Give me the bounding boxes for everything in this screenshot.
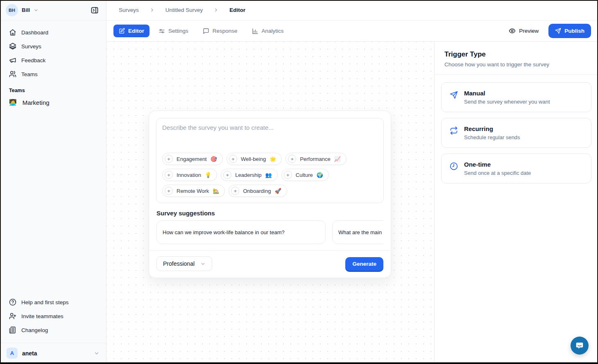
sidebar-item-label: Changelog (21, 327, 48, 333)
layers-icon (9, 43, 16, 50)
tab-settings[interactable]: Settings (153, 25, 194, 38)
tab-label: Analytics (262, 28, 284, 34)
publish-button[interactable]: Publish (548, 24, 591, 38)
sidebar-item-feedback[interactable]: Feedback (5, 53, 101, 67)
chevron-down-icon (200, 261, 206, 267)
team-label: Marketing (23, 99, 50, 106)
user-name: aneta (22, 350, 89, 357)
chevron-down-icon (94, 350, 100, 356)
preview-label: Preview (519, 28, 539, 34)
trigger-option-description: Send the survey whenever you want (464, 99, 550, 105)
sidebar-item-changelog[interactable]: Changelog (5, 323, 101, 337)
plus-icon: + (229, 155, 237, 163)
composer-footer: Professional Generate (149, 250, 391, 278)
sliders-icon (159, 28, 165, 34)
topic-chip-leadership[interactable]: + Leadership 👥 (221, 169, 278, 181)
sidebar-item-dashboard[interactable]: Dashboard (5, 25, 101, 39)
tab-label: Editor (128, 28, 144, 34)
editor-canvas: + Engagement 🎯 + Well-being 🌟 + Performa… (106, 42, 434, 364)
generate-button[interactable]: Generate (345, 257, 383, 271)
tab-editor[interactable]: Editor (113, 25, 150, 37)
workspace-avatar: BH (6, 4, 18, 16)
topic-chip-remote-work[interactable]: + Remote Work 🏡 (162, 185, 225, 197)
pencil-square-icon (119, 28, 125, 34)
tab-response[interactable]: Response (197, 25, 243, 38)
team-emoji: 🧑‍💻 (9, 99, 17, 106)
topic-chip-performance[interactable]: + Performance 📈 (285, 153, 347, 165)
sidebar-item-invite[interactable]: Invite teammates (5, 309, 101, 323)
tab-analytics[interactable]: Analytics (247, 25, 289, 38)
user-avatar: A (7, 348, 18, 359)
suggestion-card[interactable]: How can we improve work-life balance in … (156, 220, 326, 244)
trigger-option-title: Recurring (464, 125, 520, 132)
sidebar-item-label: Feedback (21, 57, 45, 63)
trigger-option-manual[interactable]: Manual Send the survey whenever you want (441, 82, 591, 112)
globe-emoji: 🌍 (317, 172, 323, 178)
sidebar-bottom-nav: Help and first steps Invite teammates Ch… (0, 295, 106, 339)
sidebar-item-surveys[interactable]: Surveys (5, 39, 101, 53)
sidebar: BH Bill Dashboard Surveys (0, 0, 106, 364)
preview-button[interactable]: Preview (505, 24, 543, 38)
sidebar-item-team-marketing[interactable]: 🧑‍💻 Marketing (5, 96, 101, 109)
topic-chip-culture[interactable]: + Culture 🌍 (281, 169, 329, 181)
chevron-right-icon (150, 7, 155, 13)
sidebar-item-label: Invite teammates (21, 313, 63, 319)
topic-chip-well-being[interactable]: + Well-being 🌟 (227, 153, 282, 165)
trigger-panel-header: Trigger Type Choose how you want to trig… (435, 42, 598, 75)
teams-section-label: Teams (5, 81, 101, 96)
repeat-icon (450, 127, 458, 135)
trigger-option-description: Schedule regular sends (464, 134, 520, 140)
breadcrumb-untitled-survey[interactable]: Untitled Survey (165, 7, 203, 13)
sidebar-item-label: Teams (21, 71, 38, 77)
workspace-name: Bill (22, 7, 30, 13)
chevron-down-icon (34, 8, 39, 13)
trigger-type-panel: Trigger Type Choose how you want to trig… (434, 42, 598, 364)
breadcrumb-surveys[interactable]: Surveys (119, 7, 139, 13)
publish-label: Publish (564, 28, 584, 34)
survey-description-input[interactable] (162, 124, 378, 148)
send-icon (450, 91, 458, 99)
plus-icon: + (231, 187, 239, 195)
sidebar-item-teams[interactable]: Teams (5, 67, 101, 81)
send-icon (555, 28, 561, 34)
trigger-option-one-time[interactable]: One-time Send once at a specific date (441, 154, 591, 183)
collapse-sidebar-button[interactable] (89, 5, 100, 16)
workspace-switcher[interactable]: BH Bill (0, 0, 106, 20)
sidebar-item-help[interactable]: Help and first steps (5, 295, 101, 309)
house-emoji: 🏡 (213, 188, 219, 194)
tab-label: Settings (168, 28, 188, 34)
panel-subtitle: Choose how you want to trigger the surve… (444, 61, 588, 68)
eye-icon (509, 27, 516, 34)
megaphone-icon (9, 57, 16, 64)
topic-chips: + Engagement 🎯 + Well-being 🌟 + Performa… (162, 153, 378, 197)
topic-chip-innovation[interactable]: + Innovation 💡 (162, 169, 217, 181)
trigger-options: Manual Send the survey whenever you want… (435, 75, 598, 197)
plus-icon: + (165, 187, 173, 195)
chat-launcher-button[interactable] (571, 337, 589, 355)
home-icon (9, 29, 16, 36)
trigger-option-title: One-time (464, 161, 531, 168)
plus-icon: + (288, 155, 296, 163)
sidebar-item-label: Help and first steps (21, 299, 69, 305)
tone-select[interactable]: Professional (156, 256, 212, 271)
topic-chip-engagement[interactable]: + Engagement 🎯 (162, 153, 223, 165)
trigger-option-title: Manual (464, 90, 550, 97)
trigger-option-recurring[interactable]: Recurring Schedule regular sends (441, 118, 591, 148)
clock-icon (450, 162, 458, 170)
breadcrumb: Surveys Untitled Survey Editor (106, 0, 598, 20)
suggestion-card[interactable]: What are the main ob (332, 220, 383, 244)
panel-collapse-icon (91, 6, 99, 14)
suggestions-title: Survey suggestions (156, 210, 383, 217)
topic-chip-onboarding[interactable]: + Onboarding 🚀 (229, 185, 287, 197)
people-emoji: 👥 (265, 172, 272, 178)
chat-bubble-icon (575, 341, 584, 350)
user-menu[interactable]: A aneta (0, 343, 106, 364)
help-circle-icon (9, 298, 16, 306)
chart-emoji: 📈 (334, 156, 341, 162)
bar-chart-icon (252, 28, 258, 34)
tone-selected-value: Professional (163, 260, 195, 267)
tab-label: Response (213, 28, 238, 34)
prompt-box: + Engagement 🎯 + Well-being 🌟 + Performa… (156, 118, 384, 203)
plus-icon: + (165, 155, 173, 163)
newspaper-icon (9, 326, 16, 334)
